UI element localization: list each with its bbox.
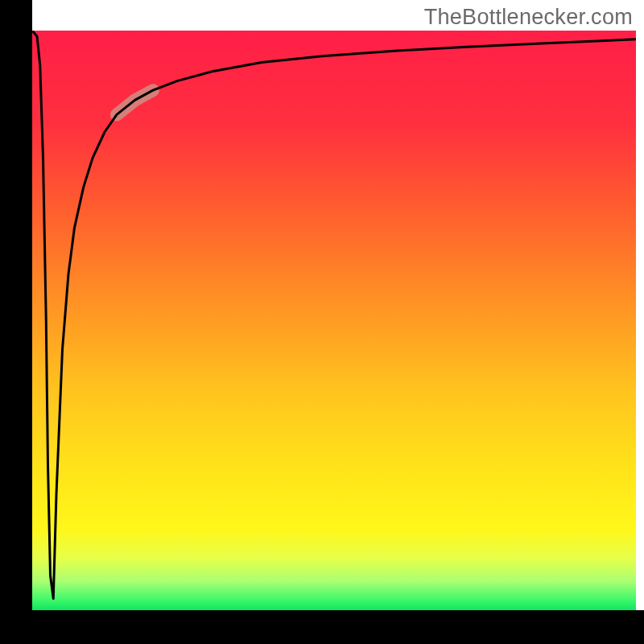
- axis-left-band: [0, 0, 32, 610]
- axis-corner: [0, 0, 32, 31]
- plot-area: [32, 31, 636, 610]
- axis-bottom-band: [0, 610, 644, 644]
- curve-svg: [32, 31, 636, 610]
- watermark-text: TheBottlenecker.com: [424, 5, 633, 30]
- chart-stage: TheBottlenecker.com: [0, 0, 644, 644]
